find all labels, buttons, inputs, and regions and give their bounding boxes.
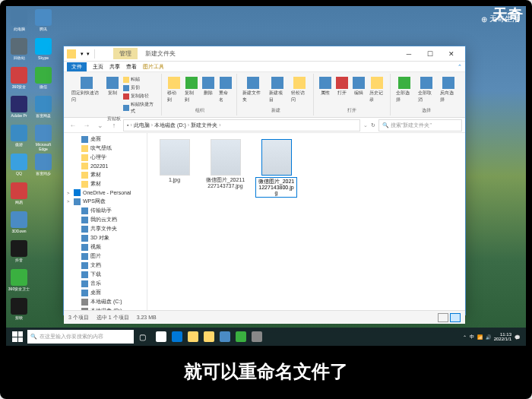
- tree-item[interactable]: 传输助手: [64, 206, 147, 215]
- taskbar-app[interactable]: [185, 329, 201, 344]
- tab-manage[interactable]: 管理: [113, 48, 138, 59]
- tab-picture-tools[interactable]: 图片工具: [143, 63, 164, 71]
- file-name-label[interactable]: 微信图片_20211227143800.jpg: [255, 177, 297, 198]
- desktop-icon[interactable]: 微信: [32, 67, 55, 94]
- ribbon-button-small[interactable]: 粘贴快捷方式: [122, 100, 158, 116]
- desktop-icon[interactable]: 网易: [8, 182, 30, 210]
- navigation-pane[interactable]: 桌面吹气壁纸心理学202201素材素材>OneDrive - Personal>…: [64, 133, 147, 310]
- system-tray[interactable]: ⌃ 中 📶 🔊 11:13 2022/1/1 💬: [463, 332, 523, 341]
- ribbon-button[interactable]: 编辑: [351, 75, 366, 107]
- desktop-icon[interactable]: 3DDown: [8, 211, 30, 239]
- close-button[interactable]: ✕: [441, 47, 462, 61]
- taskbar-search[interactable]: 🔍 在这里输入你要搜索的内容: [27, 330, 134, 344]
- tab-view[interactable]: 查看: [126, 63, 137, 71]
- tray-volume-icon[interactable]: 🔊: [486, 334, 491, 340]
- file-list[interactable]: 1.jpg微信图片_20211227143737.jpg微信图片_2021122…: [147, 133, 465, 310]
- tree-item[interactable]: 图片: [64, 252, 147, 261]
- tree-item[interactable]: 202201: [64, 162, 147, 170]
- desktop-icon[interactable]: Microsoft Edge: [32, 125, 55, 152]
- tab-share[interactable]: 共享: [109, 63, 120, 71]
- forward-button[interactable]: →: [81, 119, 93, 131]
- maximize-button[interactable]: ☐: [420, 47, 441, 61]
- tray-notifications-icon[interactable]: 💬: [515, 334, 520, 340]
- ribbon-button[interactable]: 新建项目: [268, 75, 288, 107]
- recent-button[interactable]: ⌄: [94, 119, 106, 131]
- tray-chevron-icon[interactable]: ⌃: [463, 334, 467, 340]
- ribbon-button-small[interactable]: 粘贴: [122, 75, 158, 84]
- desktop-icon[interactable]: Skype: [32, 38, 55, 65]
- taskbar-app[interactable]: [154, 329, 169, 344]
- taskbar-app[interactable]: [233, 329, 249, 344]
- tray-wifi-icon[interactable]: 📶: [477, 334, 483, 340]
- desktop-icon[interactable]: 360安全: [8, 67, 30, 94]
- file-item[interactable]: 微信图片_20211227143737.jpg: [204, 139, 246, 188]
- tree-item[interactable]: 心理学: [64, 153, 147, 162]
- tree-item[interactable]: 素材: [64, 179, 147, 188]
- ribbon-button[interactable]: 反向选择: [439, 75, 459, 107]
- tree-item[interactable]: 视频: [64, 242, 147, 252]
- ribbon-button[interactable]: 复制到: [183, 75, 199, 107]
- tray-ime-icon[interactable]: 中: [470, 334, 474, 340]
- desktop-icon[interactable]: QQ: [8, 154, 30, 181]
- ribbon-button[interactable]: 属性: [318, 75, 333, 107]
- tree-item[interactable]: 下载: [64, 270, 147, 279]
- ribbon-button-small[interactable]: 复制路径: [122, 92, 158, 100]
- search-input[interactable]: 🔍 搜索"新建文件夹": [378, 119, 462, 131]
- tree-item[interactable]: 本地磁盘 (C:): [64, 297, 147, 306]
- breadcrumb[interactable]: ▪›此电脑›本地磁盘 (D:)›新建文件夹›: [123, 119, 360, 131]
- ribbon-button[interactable]: 移动到: [166, 75, 182, 107]
- tree-item[interactable]: >OneDrive - Personal: [64, 188, 147, 197]
- desktop-icon[interactable]: 傲游: [8, 125, 30, 152]
- desktop-icon[interactable]: 360安全卫士: [8, 269, 30, 296]
- desktop-icon[interactable]: 抖音: [8, 240, 30, 268]
- ribbon-button[interactable]: 全部选择: [394, 75, 415, 107]
- up-button[interactable]: ↑: [108, 119, 120, 131]
- view-details-icon[interactable]: [438, 313, 448, 322]
- desktop-icon[interactable]: 回收站: [8, 38, 30, 65]
- taskbar-app[interactable]: [201, 329, 217, 344]
- ribbon-button[interactable]: 固定到快速访问: [70, 75, 103, 116]
- ribbon-button[interactable]: 重命名: [217, 75, 233, 107]
- breadcrumb-item[interactable]: 本地磁盘 (D:): [154, 122, 186, 129]
- tree-item[interactable]: >WPS网盘: [64, 197, 147, 206]
- tree-item[interactable]: 3D 对象: [64, 233, 147, 242]
- ribbon-button[interactable]: 历史记录: [368, 75, 387, 107]
- breadcrumb-item[interactable]: 新建文件夹: [191, 122, 217, 129]
- titlebar[interactable]: ▾ ▾ 管理 新建文件夹 ─ ☐ ✕: [64, 46, 465, 62]
- ribbon-button[interactable]: 轻松访问: [290, 75, 310, 107]
- desktop-icon[interactable]: 百度同步: [32, 154, 55, 181]
- ribbon-collapse-icon[interactable]: ⌃: [458, 64, 462, 70]
- taskbar-app[interactable]: [217, 329, 233, 344]
- task-view-icon[interactable]: ▢: [135, 333, 149, 341]
- view-thumbnails-icon[interactable]: [450, 313, 461, 322]
- minimize-button[interactable]: ─: [398, 47, 420, 61]
- file-item[interactable]: 微信图片_20211227143800.jpg: [255, 139, 297, 198]
- tree-item[interactable]: 我的云文档: [64, 215, 147, 224]
- taskbar-app[interactable]: [249, 329, 264, 344]
- ribbon-button[interactable]: 删除: [201, 75, 216, 107]
- tree-item[interactable]: 音乐: [64, 279, 147, 288]
- desktop-icon[interactable]: 剪映: [8, 298, 30, 325]
- tree-item[interactable]: 素材: [64, 170, 147, 179]
- taskbar-app[interactable]: [169, 329, 185, 344]
- file-item[interactable]: 1.jpg: [154, 139, 195, 183]
- refresh-icon[interactable]: ↻: [371, 122, 375, 128]
- ribbon-button[interactable]: 全部取消: [416, 75, 437, 107]
- tab-home[interactable]: 主页: [93, 63, 103, 71]
- breadcrumb-item[interactable]: 此电脑: [134, 122, 150, 129]
- tree-item[interactable]: 本地磁盘 (D:): [64, 306, 147, 310]
- tree-item[interactable]: 文档: [64, 261, 147, 270]
- start-button[interactable]: [9, 329, 26, 344]
- tree-item[interactable]: 吹气壁纸: [64, 144, 147, 153]
- desktop-icon[interactable]: 百度网盘: [32, 96, 55, 123]
- ribbon-button[interactable]: 复制: [105, 75, 120, 116]
- tree-item[interactable]: 桌面: [64, 288, 147, 297]
- tab-file[interactable]: 文件: [67, 62, 87, 71]
- tree-item[interactable]: 共享文件夹: [64, 224, 147, 233]
- ribbon-button[interactable]: 新建文件夹: [241, 75, 266, 107]
- ribbon-button-small[interactable]: 剪切: [122, 84, 158, 92]
- back-button[interactable]: ←: [67, 119, 79, 131]
- ribbon-button[interactable]: 打开: [334, 75, 350, 107]
- desktop-icon[interactable]: 此电脑: [8, 9, 30, 36]
- desktop-icon[interactable]: 腾讯: [32, 9, 55, 36]
